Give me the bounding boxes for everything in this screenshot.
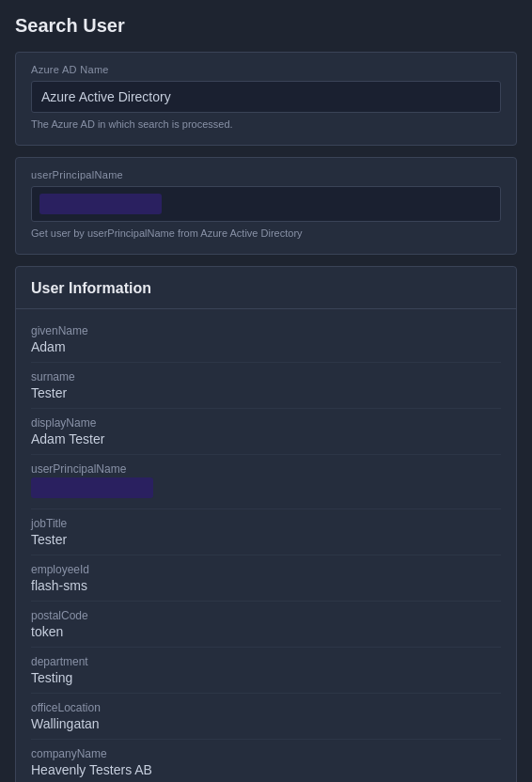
azure-ad-label: Azure AD Name <box>31 64 501 75</box>
info-value-givenname: Adam <box>31 339 501 354</box>
upn-value-redacted <box>31 477 153 498</box>
info-key-jobtitle: jobTitle <box>31 517 501 530</box>
info-value-upn <box>31 477 501 501</box>
info-key-department: department <box>31 655 501 668</box>
upn-hint: Get user by userPrincipalName from Azure… <box>31 227 501 239</box>
upn-input-wrapper <box>31 186 501 222</box>
info-value-employeeid: flash-sms <box>31 578 501 593</box>
info-key-surname: surname <box>31 370 501 383</box>
info-row-postalcode: postalCode token <box>31 602 501 648</box>
info-row-jobtitle: jobTitle Tester <box>31 509 501 555</box>
user-info-title: User Information <box>31 280 151 296</box>
azure-ad-card: Azure AD Name The Azure AD in which sear… <box>15 52 517 146</box>
info-value-surname: Tester <box>31 385 501 400</box>
info-value-companyname: Heavenly Testers AB <box>31 762 501 777</box>
info-key-officelocation: officeLocation <box>31 701 501 714</box>
upn-redacted-value <box>39 194 162 214</box>
info-key-postalcode: postalCode <box>31 609 501 622</box>
upn-label: userPrincipalName <box>31 169 501 180</box>
page-title: Search User <box>15 15 517 37</box>
info-row-givenname: givenName Adam <box>31 317 501 363</box>
upn-field-group: userPrincipalName Get user by userPrinci… <box>16 158 516 254</box>
info-row-upn: userPrincipalName <box>31 455 501 509</box>
info-value-displayname: Adam Tester <box>31 431 501 446</box>
info-key-displayname: displayName <box>31 416 501 430</box>
info-row-displayname: displayName Adam Tester <box>31 409 501 455</box>
user-info-header: User Information <box>16 267 516 309</box>
info-row-surname: surname Tester <box>31 363 501 409</box>
info-key-employeeid: employeeId <box>31 563 501 576</box>
info-key-upn: userPrincipalName <box>31 462 501 476</box>
info-key-givenname: givenName <box>31 324 501 337</box>
info-key-companyname: companyName <box>31 747 501 760</box>
page-container: Search User Azure AD Name The Azure AD i… <box>0 0 532 782</box>
info-value-officelocation: Wallingatan <box>31 716 501 731</box>
info-row-employeeid: employeeId flash-sms <box>31 555 501 602</box>
info-value-jobtitle: Tester <box>31 532 501 547</box>
info-row-officelocation: officeLocation Wallingatan <box>31 694 501 740</box>
info-row-companyname: companyName Heavenly Testers AB <box>31 740 501 782</box>
azure-ad-field-group: Azure AD Name The Azure AD in which sear… <box>16 53 516 145</box>
azure-ad-hint: The Azure AD in which search is processe… <box>31 118 501 130</box>
info-value-department: Testing <box>31 670 501 685</box>
info-value-postalcode: token <box>31 624 501 639</box>
azure-ad-input[interactable] <box>31 81 501 113</box>
upn-card: userPrincipalName Get user by userPrinci… <box>15 157 517 255</box>
user-info-card: User Information givenName Adam surname … <box>15 266 517 782</box>
user-info-body: givenName Adam surname Tester displayNam… <box>16 309 516 782</box>
info-row-department: department Testing <box>31 648 501 694</box>
